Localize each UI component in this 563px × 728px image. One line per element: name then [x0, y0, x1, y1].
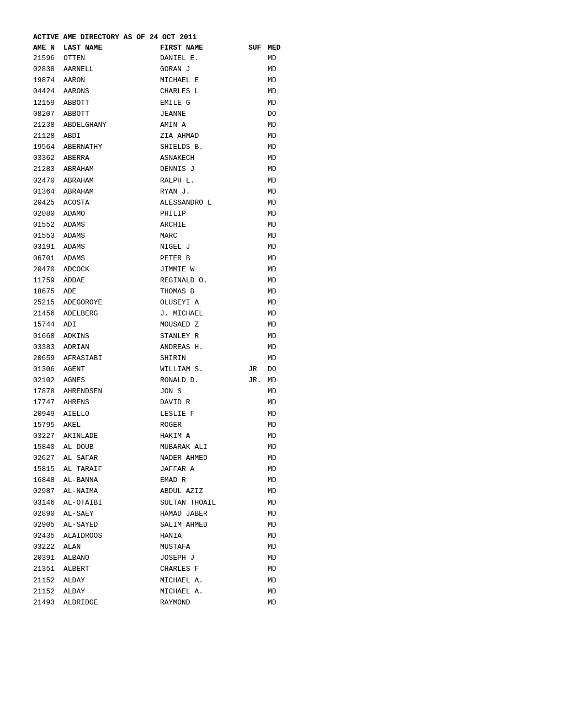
- cell-med: MD: [268, 464, 290, 475]
- cell-suf: [248, 531, 268, 542]
- table-row: 04424 AARONS CHARLES L MD: [33, 86, 530, 97]
- cell-num: 01306: [33, 364, 63, 375]
- cell-med: MD: [268, 308, 290, 319]
- cell-first: J. MICHAEL: [160, 308, 248, 319]
- table-row: 02470 ABRAHAM RALPH L. MD: [33, 175, 530, 186]
- cell-last: ALDAY: [63, 586, 160, 597]
- cell-first: SALIM AHMED: [160, 520, 248, 531]
- page-container: ACTIVE AME DIRECTORY AS OF 24 OCT 2011 A…: [33, 33, 530, 608]
- cell-last: ABDELGHANY: [63, 120, 160, 131]
- cell-last: ABERNATHY: [63, 142, 160, 153]
- cell-first: MICHAEL A.: [160, 586, 248, 597]
- cell-suf: [248, 409, 268, 420]
- table-row: 02987 AL-NAIMA ABDUL AZIZ MD: [33, 486, 530, 497]
- cell-num: 17878: [33, 386, 63, 397]
- cell-first: MOUSAED Z: [160, 319, 248, 330]
- cell-suf: [248, 220, 268, 231]
- cell-med: MD: [268, 220, 290, 231]
- table-row: 01364 ABRAHAM RYAN J. MD: [33, 186, 530, 197]
- cell-first: ARCHIE: [160, 220, 248, 231]
- cell-last: ABERRA: [63, 153, 160, 164]
- cell-first: MUBARAK ALI: [160, 442, 248, 453]
- cell-num: 21351: [33, 564, 63, 575]
- cell-first: CHARLES L: [160, 86, 248, 97]
- table-row: 03227 AKINLADE HAKIM A MD: [33, 431, 530, 442]
- cell-last: ADDAE: [63, 275, 160, 286]
- table-row: 06701 ADAMS PETER B MD: [33, 253, 530, 264]
- cell-first: JAFFAR A: [160, 464, 248, 475]
- cell-med: MD: [268, 253, 290, 264]
- cell-med: MD: [268, 375, 290, 386]
- cell-num: 19874: [33, 75, 63, 86]
- cell-last: AARON: [63, 75, 160, 86]
- cell-suf: [248, 264, 268, 275]
- cell-first: DANIEL E.: [160, 53, 248, 64]
- cell-first: HANIA: [160, 531, 248, 542]
- cell-suf: [248, 120, 268, 131]
- cell-suf: [248, 275, 268, 286]
- cell-num: 03222: [33, 542, 63, 553]
- cell-first: PETER B: [160, 253, 248, 264]
- cell-med: MD: [268, 575, 290, 586]
- table-row: 15815 AL TARAIF JAFFAR A MD: [33, 464, 530, 475]
- cell-num: 01552: [33, 220, 63, 231]
- cell-first: JON S: [160, 386, 248, 397]
- cell-suf: [248, 153, 268, 164]
- cell-suf: [248, 431, 268, 442]
- cell-med: MD: [268, 242, 290, 253]
- cell-suf: [248, 586, 268, 597]
- cell-last: AARNELL: [63, 64, 160, 75]
- table-row: 21238 ABDELGHANY AMIN A MD: [33, 120, 530, 131]
- cell-num: 17747: [33, 397, 63, 408]
- cell-first: SULTAN THOAIL: [160, 497, 248, 508]
- cell-first: ABDUL AZIZ: [160, 486, 248, 497]
- cell-num: 21152: [33, 575, 63, 586]
- table-row: 01306 AGENT WILLIAM S. JR DO: [33, 364, 530, 375]
- cell-num: 15840: [33, 442, 63, 453]
- cell-first: RALPH L.: [160, 175, 248, 186]
- cell-num: 15744: [33, 319, 63, 330]
- cell-suf: [248, 75, 268, 86]
- cell-num: 20470: [33, 264, 63, 275]
- table-row: 21283 ABRAHAM DENNIS J MD: [33, 164, 530, 175]
- cell-med: MD: [268, 264, 290, 275]
- table-row: 02905 AL-SAYED SALIM AHMED MD: [33, 520, 530, 531]
- cell-first: MUSTAFA: [160, 542, 248, 553]
- cell-suf: JR: [248, 364, 268, 375]
- cell-num: 02080: [33, 208, 63, 220]
- cell-last: ADCOCK: [63, 264, 160, 275]
- cell-num: 21456: [33, 308, 63, 319]
- cell-num: 01364: [33, 186, 63, 197]
- page-title: ACTIVE AME DIRECTORY AS OF 24 OCT 2011: [33, 33, 530, 41]
- cell-med: MD: [268, 197, 290, 208]
- cell-suf: [248, 208, 268, 220]
- cell-last: ADAMO: [63, 208, 160, 220]
- table-header: AME N LAST NAME FIRST NAME SUF MED: [33, 44, 530, 52]
- cell-first: ASNAKECH: [160, 153, 248, 164]
- cell-first: ZIA AHMAD: [160, 131, 248, 142]
- cell-num: 15795: [33, 420, 63, 431]
- cell-suf: [248, 420, 268, 431]
- cell-first: NIGEL J: [160, 242, 248, 253]
- cell-first: EMILE G: [160, 98, 248, 109]
- cell-first: HAMAD JABER: [160, 508, 248, 520]
- cell-first: DENNIS J: [160, 164, 248, 175]
- cell-last: AL-NAIMA: [63, 486, 160, 497]
- table-row: 03191 ADAMS NIGEL J MD: [33, 242, 530, 253]
- header-last: LAST NAME: [63, 44, 160, 52]
- cell-med: MD: [268, 297, 290, 308]
- table-row: 17747 AHRENS DAVID R MD: [33, 397, 530, 408]
- cell-med: MD: [268, 153, 290, 164]
- cell-last: ABDI: [63, 131, 160, 142]
- cell-first: ROGER: [160, 420, 248, 431]
- cell-last: ADEGOROYE: [63, 297, 160, 308]
- cell-med: MD: [268, 475, 290, 486]
- cell-first: MARC: [160, 231, 248, 242]
- cell-suf: [248, 164, 268, 175]
- cell-last: ABRAHAM: [63, 175, 160, 186]
- cell-last: ABBOTT: [63, 98, 160, 109]
- cell-med: MD: [268, 64, 290, 75]
- cell-num: 02905: [33, 520, 63, 531]
- cell-med: MD: [268, 120, 290, 131]
- table-row: 02627 AL SAFAR NADER AHMED MD: [33, 453, 530, 464]
